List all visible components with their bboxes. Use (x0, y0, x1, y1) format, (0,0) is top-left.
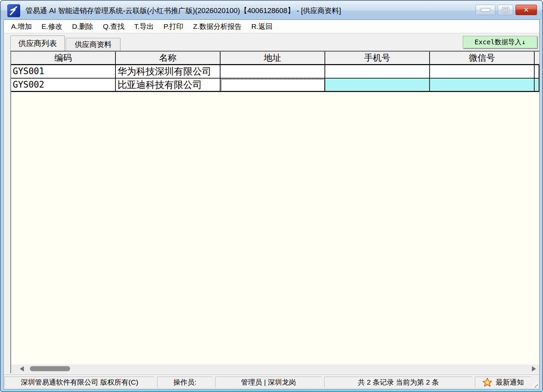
excel-import-button[interactable]: Excel数据导入↓ (463, 36, 537, 48)
column-header-wechat[interactable]: 微信号 (430, 52, 535, 65)
supplier-grid-panel: 编码 名称 地址 手机号 微信号 GYS001 华为科技深圳有限公司 GYS00… (10, 51, 539, 364)
menu-item-add[interactable]: A.增加 (11, 22, 32, 31)
status-record-count: 共 2 条记录 当前为第 2 条 (324, 377, 473, 388)
cell-name[interactable]: 华为科技深圳有限公司 (116, 65, 220, 79)
column-header-code[interactable]: 编码 (11, 52, 116, 65)
restore-button[interactable] (498, 5, 513, 15)
cell-mobile[interactable] (325, 79, 430, 92)
cell-wechat[interactable] (430, 65, 535, 79)
cell-wechat[interactable] (430, 79, 535, 92)
tab-supplier-detail[interactable]: 供应商资料 (66, 38, 120, 51)
tab-strip: 供应商列表 供应商资料 Excel数据导入↓ (4, 34, 539, 51)
menu-item-print[interactable]: P.打印 (163, 22, 183, 31)
client-area: A.增加 E.修改 D.删除 Q.查找 T.导出 P.打印 Z.数据分析报告 R… (3, 19, 540, 389)
horizontal-scrollbar[interactable] (10, 364, 539, 373)
cell-overflow (535, 79, 539, 92)
star-icon (482, 377, 492, 387)
menu-item-find[interactable]: Q.查找 (103, 22, 125, 31)
column-header-overflow (535, 52, 539, 65)
title-bar: 管易通 AI 智能进销存管理系统-云联版(小红书推广版)(2026020100)… (1, 1, 542, 19)
status-notice-label: 最新通知 (496, 378, 524, 387)
close-button[interactable]: ✕ (515, 5, 537, 15)
menu-item-analysis-report[interactable]: Z.数据分析报告 (193, 22, 242, 31)
status-operator-value: 管理员 | 深圳龙岗 (215, 377, 322, 388)
minimize-button[interactable] (476, 5, 495, 15)
status-copyright: 深圳管易通软件有限公司 版权所有(C) (4, 377, 155, 388)
menu-item-edit[interactable]: E.修改 (42, 22, 62, 31)
menu-item-return[interactable]: R.返回 (251, 22, 273, 31)
cell-address-focused[interactable] (220, 79, 325, 92)
cell-code[interactable]: GYS001 (11, 65, 116, 79)
window-controls: ✕ (476, 5, 537, 15)
scroll-right-icon[interactable] (532, 366, 536, 372)
tab-supplier-list[interactable]: 供应商列表 (10, 36, 65, 51)
cell-overflow (535, 65, 539, 79)
status-operator-label: 操作员: (157, 377, 213, 388)
restore-icon (502, 7, 509, 13)
scrollbar-thumb[interactable] (30, 366, 70, 371)
menu-bar: A.增加 E.修改 D.删除 Q.查找 T.导出 P.打印 Z.数据分析报告 R… (4, 20, 539, 33)
app-window: 管易通 AI 智能进销存管理系统-云联版(小红书推广版)(2026020100)… (0, 0, 543, 392)
column-header-name[interactable]: 名称 (116, 52, 220, 65)
resize-grip[interactable] (532, 381, 538, 388)
cell-code[interactable]: GYS002 (11, 79, 116, 92)
menu-item-delete[interactable]: D.删除 (72, 22, 93, 31)
column-header-address[interactable]: 地址 (220, 52, 325, 65)
column-header-mobile[interactable]: 手机号 (325, 52, 430, 65)
cell-mobile[interactable] (325, 65, 430, 79)
minimize-icon (481, 8, 490, 12)
status-latest-notice[interactable]: 最新通知 (475, 377, 531, 388)
menu-item-export[interactable]: T.导出 (134, 22, 154, 31)
window-title: 管易通 AI 智能进销存管理系统-云联版(小红书推广版)(2026020100)… (26, 1, 341, 19)
app-logo-icon (7, 4, 20, 17)
cell-name[interactable]: 比亚迪科技有限公司 (116, 79, 220, 92)
cell-address[interactable] (220, 65, 325, 79)
status-bar: 深圳管易通软件有限公司 版权所有(C) 操作员: 管理员 | 深圳龙岗 共 2 … (4, 375, 539, 389)
scroll-left-icon[interactable] (20, 366, 24, 372)
close-icon: ✕ (523, 6, 529, 13)
supplier-table: 编码 名称 地址 手机号 微信号 GYS001 华为科技深圳有限公司 GYS00… (11, 52, 539, 92)
